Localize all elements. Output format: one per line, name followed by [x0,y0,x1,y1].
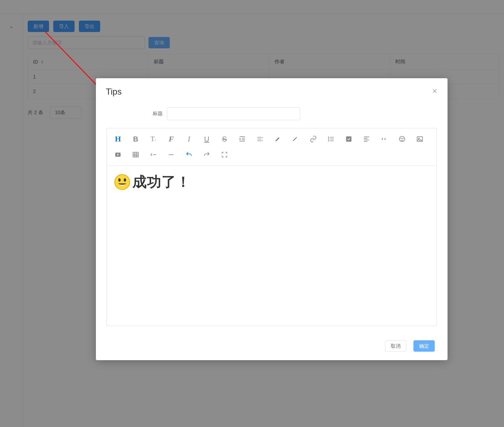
svg-point-22 [124,178,126,182]
svg-point-8 [401,138,402,139]
svg-point-7 [400,137,405,142]
bold-icon[interactable]: B [127,131,145,147]
svg-rect-13 [133,152,139,157]
undo-icon[interactable] [180,147,198,162]
title-input[interactable] [167,107,300,120]
heading-icon[interactable]: H [109,131,127,147]
link-icon[interactable] [304,131,322,147]
cancel-button[interactable]: 取消 [385,340,406,352]
redo-icon[interactable] [198,147,216,162]
brush-icon[interactable] [287,131,304,147]
indent-icon[interactable] [233,131,251,147]
svg-point-20 [115,174,130,189]
code-icon[interactable] [145,147,162,162]
fontfamily-icon[interactable]: F [162,131,180,147]
svg-point-9 [403,138,403,139]
lineheight-icon[interactable] [251,131,269,147]
strikethrough-icon[interactable]: S [216,131,233,147]
quote-icon[interactable] [375,131,393,147]
editor-body[interactable]: 成功了！ [107,166,437,326]
rich-editor: H B T↕ F I U S [107,128,437,326]
svg-point-5 [328,140,329,141]
svg-rect-6 [346,137,352,142]
italic-icon[interactable]: I [180,131,198,147]
underline-icon[interactable]: U [198,131,216,147]
align-icon[interactable] [358,131,375,147]
video-icon[interactable] [109,147,127,162]
emoji-icon[interactable] [393,131,411,147]
checkbox-icon[interactable] [340,131,358,147]
tips-dialog: Tips 标题 H B T↕ F I U S [96,78,448,360]
title-label: 标题 [141,111,163,117]
close-icon[interactable] [432,88,438,96]
dialog-title: Tips [106,87,121,97]
fontsize-icon[interactable]: T↕ [145,131,162,147]
svg-point-4 [328,138,329,139]
svg-point-3 [328,137,329,138]
title-form-row: 标题 [106,107,438,120]
editor-toolbar: H B T↕ F I U S [107,128,437,166]
confirm-button[interactable]: 确定 [413,340,435,352]
svg-point-11 [418,138,419,139]
fullscreen-icon[interactable] [216,147,233,162]
editor-content-text: 成功了！ [132,172,191,192]
grinning-emoji-icon [114,174,130,190]
svg-point-21 [118,178,121,182]
table-icon[interactable] [127,147,145,162]
dialog-footer: 取消 确定 [106,340,438,352]
image-icon[interactable] [411,131,429,147]
highlighter-icon[interactable] [269,131,287,147]
divider-icon[interactable] [162,147,180,162]
svg-rect-19 [169,154,173,155]
list-icon[interactable] [322,131,340,147]
